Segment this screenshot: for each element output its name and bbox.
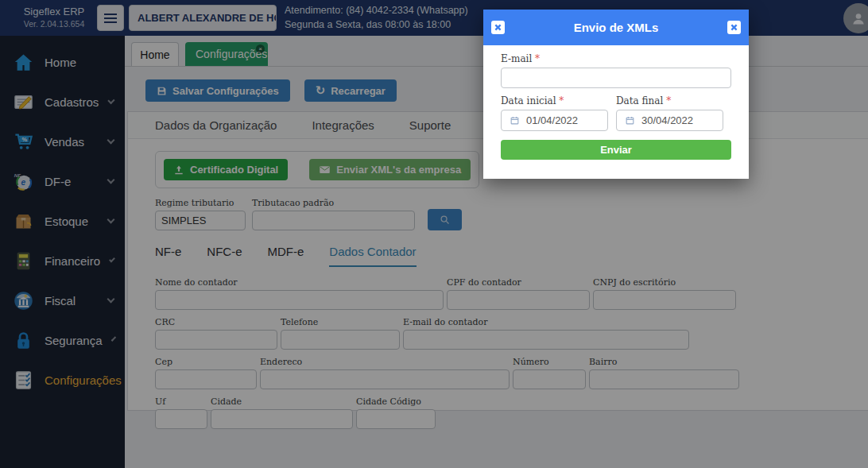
modal-email-label: E-mail * [501, 53, 731, 64]
data-inicial-label: Data inicial * [501, 95, 608, 106]
envio-xmls-modal: Envio de XMLs E-mail * Data inicial * [483, 10, 749, 179]
data-inicial-input[interactable]: 01/04/2022 [501, 110, 608, 131]
required-asterisk: * [559, 95, 564, 106]
required-asterisk: * [666, 95, 671, 106]
close-icon [730, 23, 738, 32]
date-labels-row: Data inicial * 01/04/2022 Data final * [501, 95, 731, 131]
data-final-value: 30/04/2022 [641, 114, 693, 126]
calendar-icon [625, 115, 635, 126]
modal-body: E-mail * Data inicial * 01/04/2022 Dat [483, 45, 749, 179]
data-inicial-value: 01/04/2022 [526, 114, 578, 126]
modal-title: Envio de XMLs [574, 21, 659, 34]
modal-close-button-right[interactable] [727, 21, 741, 34]
calendar-icon [510, 115, 520, 126]
modal-header: Envio de XMLs [483, 10, 749, 45]
modal-close-button-left[interactable] [491, 21, 505, 34]
close-icon [494, 23, 502, 32]
data-final-label: Data final * [616, 95, 723, 106]
modal-email-input[interactable] [501, 68, 731, 88]
data-final-input[interactable]: 30/04/2022 [616, 110, 723, 131]
enviar-button[interactable]: Enviar [501, 140, 731, 160]
required-asterisk: * [535, 53, 540, 64]
